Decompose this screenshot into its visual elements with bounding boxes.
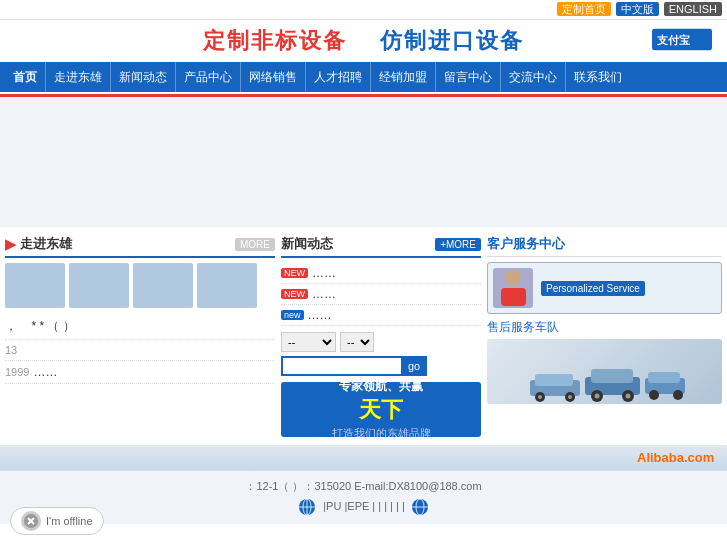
scroll-images [5, 263, 275, 308]
offline-icon [21, 511, 41, 531]
svg-point-14 [594, 393, 599, 398]
nav-franchise[interactable]: 经销加盟 [371, 62, 436, 92]
offline-chat-widget[interactable]: I'm offline [10, 507, 104, 535]
footer: ：12-1（ ）：315020 E-mail:DX8100@188.com |P… [0, 470, 727, 524]
nav-message[interactable]: 留言中心 [436, 62, 501, 92]
left-panel-title-text: 走进东雄 [20, 235, 72, 253]
svg-rect-17 [648, 372, 680, 383]
search-select-2[interactable]: -- [340, 332, 374, 352]
mid-panel: 新闻动态 +MORE NEW …… NEW …… new …… -- 选项1 选… [281, 235, 481, 437]
title-red: 定制非标设备 [203, 28, 347, 53]
header: 定制非标设备 仿制进口设备 支付宝 [0, 20, 727, 62]
service-title: 客户服务中心 [487, 235, 722, 257]
list-item: 13 [5, 340, 275, 361]
new-badge-1: NEW [281, 268, 308, 278]
svg-point-18 [649, 390, 659, 400]
header-title: 定制非标设备 仿制进口设备 [203, 26, 523, 56]
left-news-list: ， * * （ ） 13 1999 …… [5, 314, 275, 384]
mid-more-btn[interactable]: +MORE [435, 238, 481, 251]
search-area: -- 选项1 选项2 -- [281, 332, 481, 352]
search-go-btn[interactable]: go [402, 357, 426, 375]
alibaba-logo[interactable]: Alibaba.com [637, 448, 717, 468]
search-input-wrap: go [281, 356, 427, 376]
scroll-img-3 [133, 263, 193, 308]
footer-links: |PU |EPE | | | | | | [10, 498, 717, 516]
service-label: Personalized Service [541, 281, 645, 296]
svg-text:支付宝: 支付宝 [656, 34, 691, 46]
new-badge-3: new [281, 310, 304, 320]
left-panel: ▶ 走进东雄 MORE ， * * （ ） 13 1999 [5, 235, 275, 437]
service-box: Personalized Service [487, 262, 722, 314]
mid-banner-content: 专家领航、共赢 天下 打造我们的东雄品牌 [332, 382, 431, 437]
footer-strip: Alibaba.com [0, 445, 727, 470]
nav-contact[interactable]: 联系我们 [566, 62, 630, 92]
svg-rect-5 [535, 374, 573, 386]
svg-point-19 [673, 390, 683, 400]
service-car-img [487, 339, 722, 404]
mid-panel-header: 新闻动态 +MORE [281, 235, 481, 258]
svg-point-8 [538, 395, 542, 399]
scroll-img-1 [5, 263, 65, 308]
service-team-label: 售后服务车队 [487, 319, 722, 336]
mid-panel-title-text: 新闻动态 [281, 235, 333, 253]
svg-point-9 [568, 395, 572, 399]
english-btn[interactable]: ENGLISH [664, 2, 722, 16]
new-badge-2: NEW [281, 289, 308, 299]
title-blue: 仿制进口设备 [380, 28, 524, 53]
left-scroll-area [5, 263, 275, 308]
list-item: new …… [281, 305, 481, 326]
footer-copy: ：12-1（ ）：315020 E-mail:DX8100@188.com [10, 479, 717, 494]
nav-home[interactable]: 首页 [5, 62, 46, 92]
offline-label: I'm offline [46, 515, 93, 527]
left-more-btn[interactable]: MORE [235, 238, 275, 251]
banner-area [0, 97, 727, 227]
nav-recruit[interactable]: 人才招聘 [306, 62, 371, 92]
mid-banner-big: 天下 [332, 395, 431, 426]
mid-banner-sub: 打造我们的东雄品牌 [332, 426, 431, 437]
main-nav: 首页 走进东雄 新闻动态 产品中心 网络销售 人才招聘 经销加盟 留言中心 交流… [0, 62, 727, 92]
svg-point-2 [505, 270, 521, 286]
mid-panel-title: 新闻动态 [281, 235, 333, 253]
mid-news-list: NEW …… NEW …… new …… [281, 263, 481, 326]
list-item: NEW …… [281, 263, 481, 284]
footer-link-text: |PU |EPE | | | | | | [298, 498, 405, 516]
left-panel-header: ▶ 走进东雄 MORE [5, 235, 275, 258]
left-panel-title: ▶ 走进东雄 [5, 235, 72, 253]
search-select[interactable]: -- 选项1 选项2 [281, 332, 336, 352]
personalized-service-label: Personalized Service [541, 281, 645, 296]
mid-banner-text: 专家领航、共赢 天下 [332, 382, 431, 426]
scroll-img-4 [197, 263, 257, 308]
nav-news[interactable]: 新闻动态 [111, 62, 176, 92]
service-person-icon [493, 268, 533, 308]
svg-rect-3 [501, 288, 526, 306]
nav-products[interactable]: 产品中心 [176, 62, 241, 92]
nav-sales[interactable]: 网络销售 [241, 62, 306, 92]
content-area: ▶ 走进东雄 MORE ， * * （ ） 13 1999 [0, 227, 727, 445]
earth-icon [411, 498, 429, 516]
svg-text:Alibaba.com: Alibaba.com [637, 450, 714, 465]
top-bar: 定制首页 中文版 ENGLISH [0, 0, 727, 20]
right-panel: 客户服务中心 Personalized Service 售后服务车队 [487, 235, 722, 437]
panel-icon: ▶ [5, 236, 16, 252]
mid-banner: 专家领航、共赢 天下 打造我们的东雄品牌 [281, 382, 481, 437]
list-item: ， * * （ ） [5, 314, 275, 340]
list-item: NEW …… [281, 284, 481, 305]
homepage-btn[interactable]: 定制首页 [557, 2, 611, 16]
alipay-icon: 支付宝 [652, 29, 712, 54]
svg-rect-11 [591, 369, 633, 383]
list-item: 1999 …… [5, 361, 275, 384]
scroll-img-2 [69, 263, 129, 308]
chinese-btn[interactable]: 中文版 [616, 2, 659, 16]
nav-exchange[interactable]: 交流中心 [501, 62, 566, 92]
nav-about[interactable]: 走进东雄 [46, 62, 111, 92]
search-input-row: go [281, 356, 481, 376]
svg-point-15 [625, 393, 630, 398]
search-input[interactable] [282, 357, 402, 375]
alipay-logo[interactable]: 支付宝 [652, 29, 712, 54]
